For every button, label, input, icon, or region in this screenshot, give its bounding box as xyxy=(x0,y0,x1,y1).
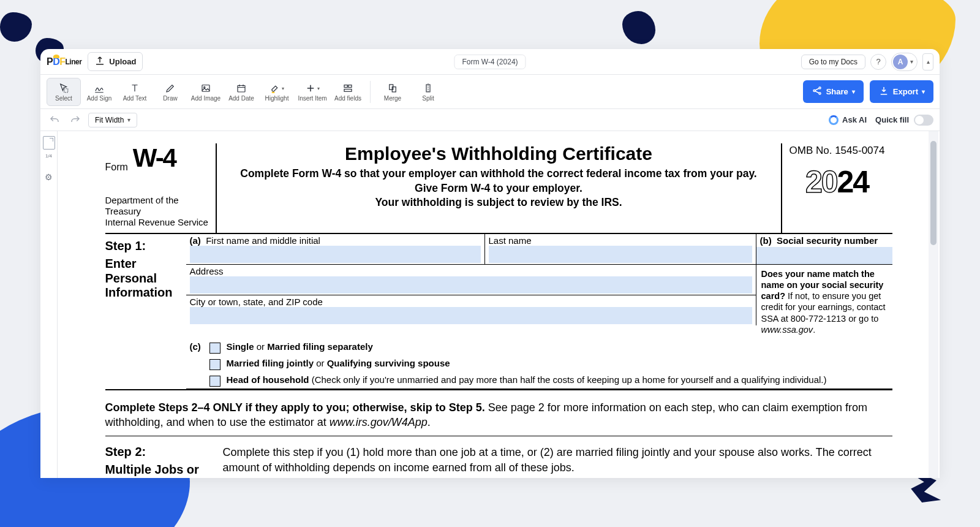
document: Form W-4 Department of the Treasury Inte… xyxy=(105,131,892,478)
help-button[interactable]: ? xyxy=(870,54,886,70)
logo[interactable]: PDFLiner xyxy=(47,56,81,67)
merge-icon xyxy=(387,82,398,95)
download-icon xyxy=(878,85,889,98)
app-container: PDFLiner Upload Form W-4 (2024) Go to my… xyxy=(40,49,940,478)
subbar: Fit Width ▾ Ask AI Quick fill xyxy=(40,109,940,131)
avatar: A xyxy=(893,55,908,69)
form-subtitle-1: Complete Form W-4 so that your employer … xyxy=(224,167,774,181)
form-subtitle-3: Your withholding is subject to review by… xyxy=(224,195,774,210)
undo-button[interactable] xyxy=(47,112,62,128)
irs-label: Internal Revenue Service xyxy=(105,217,216,228)
plus-icon: ▾ xyxy=(305,82,320,95)
ssa-question: Does your name match the name on your so… xyxy=(756,265,892,336)
step2-subtitle: Multiple Jobs or Spouse xyxy=(105,463,223,478)
share-icon xyxy=(812,85,823,98)
scrollbar-thumb[interactable] xyxy=(930,141,937,245)
tool-add-text[interactable]: Add Text xyxy=(118,78,152,106)
document-title[interactable]: Form W-4 (2024) xyxy=(454,55,526,69)
text-icon xyxy=(129,82,140,95)
svg-rect-0 xyxy=(64,89,68,93)
settings-icon[interactable]: ⚙ xyxy=(45,172,53,182)
left-sidebar: 1/4 ⚙ xyxy=(40,131,58,478)
tool-highlight[interactable]: ▾ Highlight xyxy=(260,78,294,106)
upload-icon xyxy=(94,55,105,68)
tool-merge[interactable]: Merge xyxy=(375,78,410,106)
omb-number: OMB No. 1545-0074 xyxy=(782,145,892,159)
page-thumbnail-icon[interactable] xyxy=(43,136,55,150)
image-icon xyxy=(200,82,211,95)
form-subtitle-2: Give Form W-4 to your employer. xyxy=(224,181,774,196)
fields-icon xyxy=(342,82,353,95)
toolbar: Select Add Sign Add Text Draw Add Image … xyxy=(40,75,940,109)
ask-ai-button[interactable]: Ask AI xyxy=(829,115,867,125)
share-button[interactable]: Share ▾ xyxy=(803,80,864,103)
tool-draw[interactable]: Draw xyxy=(153,78,187,106)
svg-point-11 xyxy=(819,93,821,94)
svg-rect-4 xyxy=(344,85,347,88)
split-icon xyxy=(423,82,434,95)
dept-treasury: Department of the Treasury xyxy=(105,195,216,217)
ssn-field[interactable] xyxy=(756,247,892,264)
highlight-icon: ▾ xyxy=(270,82,284,95)
tool-add-fields[interactable]: Add fields xyxy=(331,78,365,106)
instruction-block: Complete Steps 2–4 ONLY if they apply to… xyxy=(105,390,892,437)
svg-rect-3 xyxy=(238,86,245,93)
quick-fill-toggle[interactable]: Quick fill xyxy=(875,115,933,126)
checkbox-married-jointly[interactable] xyxy=(209,359,221,370)
goto-my-docs-button[interactable]: Go to my Docs xyxy=(801,55,865,69)
tool-select[interactable]: Select xyxy=(47,78,81,106)
form-title: Employee's Withholding Certificate xyxy=(224,143,774,164)
svg-rect-6 xyxy=(344,89,352,92)
step2-text: Complete this step if you (1) hold more … xyxy=(223,445,892,478)
chevron-down-icon: ▾ xyxy=(852,88,855,95)
workspace: 1/4 ⚙ Form W-4 Department of the Treasur… xyxy=(40,131,940,478)
svg-point-10 xyxy=(819,87,821,89)
tool-add-date[interactable]: Add Date xyxy=(224,78,258,106)
tool-insert-item[interactable]: ▾ Insert Item xyxy=(295,78,330,106)
svg-rect-5 xyxy=(349,85,352,88)
form-label: Form xyxy=(105,162,128,173)
chevron-down-icon: ▾ xyxy=(922,88,925,95)
tool-add-image[interactable]: Add Image xyxy=(189,78,223,106)
upload-button[interactable]: Upload xyxy=(88,52,143,71)
account-menu[interactable]: A ▾ xyxy=(891,53,918,71)
scrollbar[interactable] xyxy=(929,131,938,478)
calendar-icon xyxy=(236,82,247,95)
svg-rect-1 xyxy=(202,85,209,92)
step2-title: Step 2: xyxy=(105,445,223,459)
signature-icon xyxy=(94,82,105,95)
checkbox-head-household[interactable] xyxy=(209,376,221,387)
form-year: 2024 xyxy=(782,164,892,200)
chevron-down-icon: ▾ xyxy=(127,116,130,123)
last-name-field[interactable] xyxy=(489,246,752,263)
cursor-icon xyxy=(58,82,69,95)
address-field[interactable] xyxy=(190,276,752,294)
svg-point-9 xyxy=(813,90,815,92)
redo-button[interactable] xyxy=(67,112,83,128)
page-count: 1/4 xyxy=(45,153,52,159)
expand-button[interactable]: ▴ xyxy=(922,53,933,70)
chevron-down-icon: ▾ xyxy=(910,58,913,65)
tool-add-sign[interactable]: Add Sign xyxy=(82,78,116,106)
zoom-select[interactable]: Fit Width ▾ xyxy=(88,113,137,127)
checkbox-single[interactable] xyxy=(209,343,221,354)
toggle-switch xyxy=(914,115,933,126)
topbar: PDFLiner Upload Form W-4 (2024) Go to my… xyxy=(40,49,940,75)
form-w4: W-4 xyxy=(133,143,176,173)
ai-icon xyxy=(829,115,839,125)
tool-split[interactable]: Split xyxy=(411,78,445,106)
export-button[interactable]: Export ▾ xyxy=(870,80,933,103)
first-name-field[interactable] xyxy=(190,246,481,263)
step1-subtitle: Enter Personal Information xyxy=(105,257,183,300)
document-area[interactable]: Form W-4 Department of the Treasury Inte… xyxy=(58,131,940,478)
pencil-icon xyxy=(165,82,176,95)
city-field[interactable] xyxy=(190,307,752,324)
step1-title: Step 1: xyxy=(105,239,183,253)
